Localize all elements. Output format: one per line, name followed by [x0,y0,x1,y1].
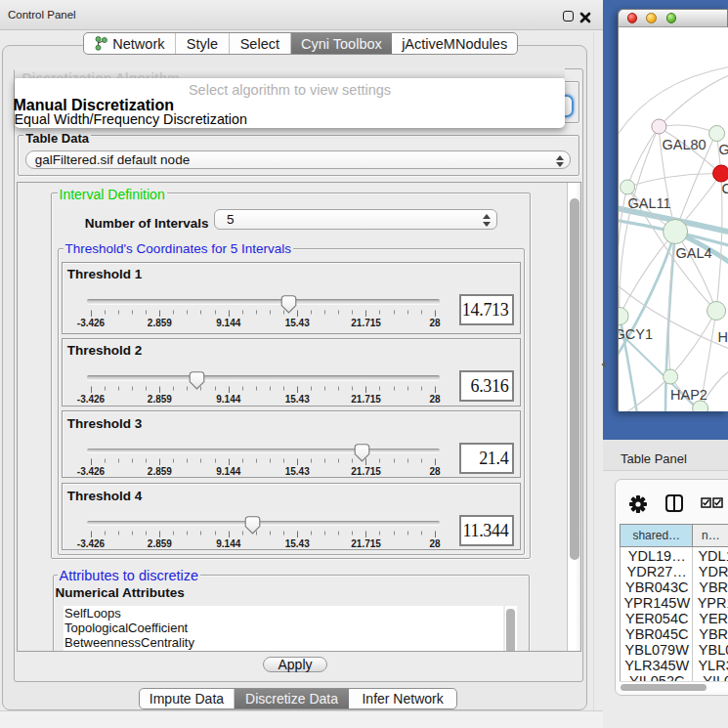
svg-text:HAP2: HAP2 [670,386,707,402]
svg-text:GA: GA [719,141,728,156]
svg-text:GAL4: GAL4 [676,244,712,260]
svg-text:GAL80: GAL80 [663,136,707,151]
svg-text:C: C [722,181,728,196]
svg-text:GCY1: GCY1 [619,325,653,341]
svg-text:H: H [718,328,728,344]
svg-text:GAL11: GAL11 [628,194,671,210]
